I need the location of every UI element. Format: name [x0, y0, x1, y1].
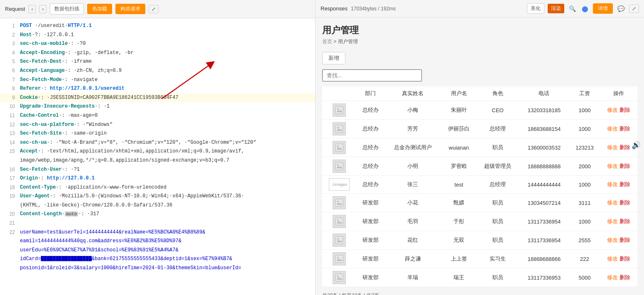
avatar-cell: [322, 120, 356, 138]
edit-link[interactable]: 修改: [607, 181, 618, 187]
code-token: ·: [62, 211, 65, 217]
table-cell: 薛之谦: [384, 250, 441, 268]
code-token: Cookie: [20, 95, 38, 101]
table-cell: 小花: [384, 194, 441, 212]
line-content: userEdu=%E6%9C%AC%E7%A7%91&school=%E9%83…: [20, 246, 312, 255]
beautify-button[interactable]: 美化: [527, 3, 544, 14]
code-line: idCard=█████████████████&bank=6217555555…: [0, 255, 315, 264]
table-row: 研发部羊瑞瑞王职员131173369535000修改删除: [322, 268, 637, 287]
left-panel: Request ‹ › 数据包扫描 热加载 构造请求 ⤢ 1POST ·/use…: [0, 0, 316, 295]
search-input[interactable]: [322, 69, 422, 81]
comment-icon-btn[interactable]: 💬: [616, 4, 626, 13]
prev-button[interactable]: ‹: [28, 5, 36, 13]
delete-link[interactable]: 删除: [620, 237, 630, 243]
code-line: 5Sec-Fetch-Dest·: ·iframe: [0, 57, 315, 66]
edit-link[interactable]: 修改: [607, 256, 618, 262]
line-number: 12: [3, 120, 15, 130]
line-content: Sec-Fetch-Site·: ·same-origin: [20, 129, 312, 138]
table-cell: 甄嬛: [441, 194, 477, 212]
table-cell: 小明: [384, 157, 441, 176]
table-cell: 总经办: [356, 176, 384, 194]
table-cell: 职员: [477, 194, 519, 212]
edit-link[interactable]: 修改: [607, 199, 618, 206]
code-line: 8Referer·: http://127.0.0.1/useredit: [0, 84, 315, 93]
table-col-header: [322, 86, 356, 101]
table-cell: 总经办: [356, 120, 384, 138]
breadcrumb-home[interactable]: 首页: [322, 39, 332, 44]
right-panel: Responses 17034bytes / 192ms 美化 渲染 🔍 ⬤ 详…: [316, 0, 644, 295]
code-token: userName=test&userTel=14444444444&realNa…: [20, 229, 205, 235]
line-content: eamil=14444444444%40qq.com&address=%E6%B…: [20, 237, 312, 246]
scan-button[interactable]: 数据包扫描: [50, 3, 84, 15]
line-number: 4: [3, 49, 15, 58]
code-line: 20Content-Length·auto·: ·317: [0, 210, 315, 219]
render-button[interactable]: 渲染: [548, 4, 564, 13]
search-icon-btn[interactable]: 🔍: [568, 4, 577, 13]
line-number: 22: [3, 228, 15, 237]
right-expand-button[interactable]: ⤢: [629, 5, 639, 13]
edit-link[interactable]: 修改: [607, 237, 618, 243]
edit-link[interactable]: 修改: [607, 107, 618, 113]
hotload-button[interactable]: 热加载: [87, 4, 112, 14]
next-button[interactable]: ›: [39, 5, 47, 13]
code-token: ·: ·"Not·A·Brand";v="8", ·"Chromium";v="…: [47, 140, 256, 145]
delete-link[interactable]: 删除: [620, 125, 630, 132]
delete-link[interactable]: 删除: [620, 256, 630, 262]
construct-button[interactable]: 构造请求: [115, 4, 145, 14]
code-token: ·: ·text/html,application/xhtml+xml,appl…: [38, 148, 244, 154]
line-number: [3, 264, 15, 273]
table-row: 总经办总金办测试用户wuianan职员13600003532123213修改删除: [322, 138, 637, 157]
delete-link[interactable]: 删除: [620, 218, 630, 224]
line-number: 19: [3, 192, 15, 201]
table-cell: 总经办: [356, 101, 384, 120]
table-cell: 2000: [569, 157, 600, 176]
line-content: Sec-Fetch-User·: ·?1: [20, 165, 312, 175]
chrome-icon-btn[interactable]: ⬤: [580, 4, 590, 13]
svg-point-9: [337, 164, 339, 166]
line-content: POST ·/useredit·HTTP/1.1: [20, 22, 312, 31]
detail-button[interactable]: 详情: [593, 3, 613, 14]
code-token: userEdu=%E6%9C%AC%E7%A7%91&school=%E9%83…: [20, 247, 179, 253]
speaker-icon: 🔊: [632, 140, 641, 150]
line-number: 2: [3, 31, 15, 40]
edit-link[interactable]: 修改: [607, 218, 618, 224]
code-token: http://127.0.0.1/useredit: [50, 86, 125, 91]
code-token: POST: [20, 23, 32, 29]
line-content: Upgrade-Insecure-Requests·: ·1: [20, 102, 312, 111]
table-cell: 实习生: [477, 250, 519, 268]
table-cell: 总经理: [477, 176, 519, 194]
table-cell: 1000: [569, 212, 600, 231]
table-cell: 13117336954: [519, 231, 569, 250]
delete-link[interactable]: 删除: [620, 163, 630, 169]
line-number: 10: [3, 102, 15, 111]
line-content: Accept-Encoding·: ·gzip, ·deflate, ·br: [20, 49, 312, 58]
code-line: 11Cache-Control·: ·max-age=0: [0, 111, 315, 120]
delete-link[interactable]: 删除: [620, 181, 630, 187]
table-body: 总经办小梅朱丽叶CEO132033181851000修改删除总经办芳芳伊丽莎白总…: [322, 101, 637, 287]
line-content: Accept·: ·text/html,application/xhtml+xm…: [20, 147, 312, 156]
line-number: 11: [3, 111, 15, 120]
code-line: 16Sec-Fetch-User·: ·?1: [0, 165, 315, 175]
table-col-header: 操作: [600, 86, 637, 101]
code-line: 17Origin·: http://127.0.0.1: [0, 174, 315, 183]
table-cell: 18868688866: [519, 250, 569, 268]
add-button[interactable]: 新增: [322, 52, 345, 64]
edit-link[interactable]: 修改: [607, 144, 618, 150]
delete-link[interactable]: 删除: [620, 144, 630, 150]
line-content: Accept-Language·: ·zh-CN, zh;q=0.9: [20, 66, 312, 76]
table-col-header: 真实姓名: [384, 86, 441, 101]
edit-link[interactable]: 修改: [607, 274, 618, 280]
edit-link[interactable]: 修改: [607, 125, 618, 132]
code-token: ·:: [38, 175, 47, 181]
svg-point-11: [337, 201, 339, 202]
table-cell: 毛羽: [384, 212, 441, 231]
line-content: Content-Type·: ·application/x-www-form-u…: [20, 183, 312, 192]
table-col-header: 部门: [356, 86, 384, 101]
left-expand-button[interactable]: ⤢: [149, 5, 159, 13]
delete-link[interactable]: 删除: [620, 199, 630, 206]
svg-rect-18: [335, 274, 343, 281]
edit-link[interactable]: 修改: [607, 163, 618, 169]
delete-link[interactable]: 删除: [620, 107, 630, 113]
code-line: 18Content-Type·: ·application/x-www-form…: [0, 183, 315, 192]
delete-link[interactable]: 删除: [620, 274, 630, 280]
